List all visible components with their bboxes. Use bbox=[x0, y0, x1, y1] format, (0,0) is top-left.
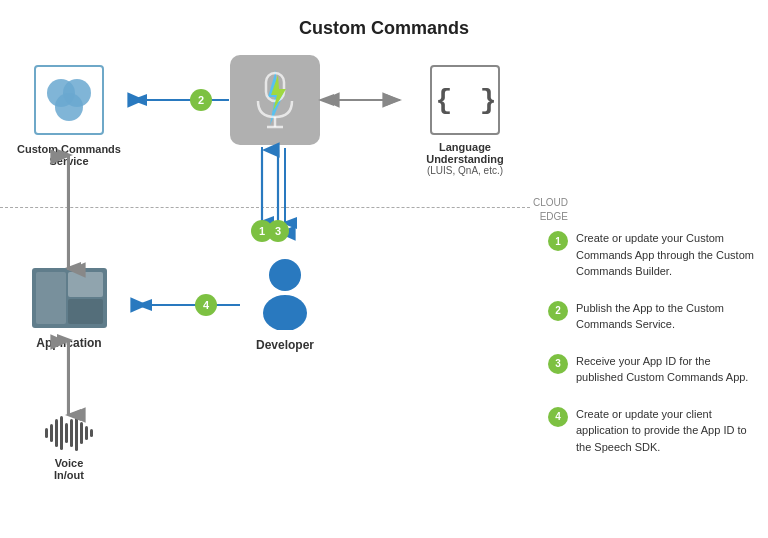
step-badge-3: 3 bbox=[548, 354, 568, 374]
step-text-4: Create or update your client application… bbox=[576, 406, 758, 456]
cloud-label: CLOUD bbox=[533, 196, 568, 210]
developer-svg bbox=[253, 255, 318, 330]
step-badge-4: 4 bbox=[548, 407, 568, 427]
cloud-edge-label: CLOUD EDGE bbox=[533, 196, 568, 224]
page-title: Custom Commands bbox=[299, 18, 469, 39]
cc-service-svg bbox=[41, 75, 97, 125]
lang-label: LanguageUnderstanding bbox=[426, 141, 504, 165]
cc-service-label: Custom CommandsService bbox=[17, 143, 121, 167]
step-badge-2: 2 bbox=[548, 301, 568, 321]
waveform-bar-8 bbox=[80, 422, 83, 444]
step-item-4: 4 Create or update your client applicati… bbox=[548, 406, 758, 456]
voice-label: VoiceIn/out bbox=[54, 457, 84, 481]
step-item-1: 1 Create or update your Custom Commands … bbox=[548, 230, 758, 280]
app-box: Application bbox=[9, 268, 129, 350]
svg-point-9 bbox=[263, 295, 307, 330]
developer-box: Developer bbox=[240, 255, 330, 352]
voice-box: VoiceIn/out bbox=[9, 415, 129, 481]
app-tile-left bbox=[36, 272, 66, 324]
lang-sublabel: (LUIS, QnA, etc.) bbox=[427, 165, 503, 176]
waveform-bar-5 bbox=[65, 423, 68, 443]
developer-label: Developer bbox=[256, 338, 314, 352]
svg-point-8 bbox=[269, 259, 301, 291]
cc-service-box: Custom CommandsService bbox=[9, 65, 129, 167]
waveform-bar-2 bbox=[50, 424, 53, 442]
mic-svg bbox=[248, 65, 302, 135]
badge-2: 2 bbox=[190, 89, 212, 111]
edge-label: EDGE bbox=[533, 210, 568, 224]
step-badge-1: 1 bbox=[548, 231, 568, 251]
diagram-container: Custom Commands CLOUD EDGE Custom Comman… bbox=[0, 0, 768, 538]
app-tile-bottom-right bbox=[68, 299, 103, 324]
steps-panel: 1 Create or update your Custom Commands … bbox=[548, 230, 758, 475]
svg-point-2 bbox=[55, 93, 83, 121]
step-item-2: 2 Publish the App to the Custom Commands… bbox=[548, 300, 758, 333]
step-text-2: Publish the App to the Custom Commands S… bbox=[576, 300, 758, 333]
step-text-3: Receive your App ID for the published Cu… bbox=[576, 353, 758, 386]
waveform-bar-1 bbox=[45, 428, 48, 438]
waveform-bar-9 bbox=[85, 426, 88, 440]
mic-box bbox=[230, 55, 320, 145]
lang-box: { } LanguageUnderstanding (LUIS, QnA, et… bbox=[400, 65, 530, 176]
waveform-bar-3 bbox=[55, 419, 58, 447]
badge-3: 3 bbox=[267, 220, 289, 242]
app-label: Application bbox=[36, 336, 101, 350]
cloud-edge-divider bbox=[0, 207, 530, 208]
lang-icon: { } bbox=[430, 65, 500, 135]
step-text-1: Create or update your Custom Commands Ap… bbox=[576, 230, 758, 280]
cc-service-icon bbox=[34, 65, 104, 135]
waveform bbox=[45, 415, 93, 451]
app-icon bbox=[32, 268, 107, 328]
badge-4: 4 bbox=[195, 294, 217, 316]
waveform-bar-10 bbox=[90, 429, 93, 437]
waveform-bar-7 bbox=[75, 415, 78, 451]
app-tile-top-right bbox=[68, 272, 103, 297]
waveform-bar-4 bbox=[60, 416, 63, 450]
waveform-bar-6 bbox=[70, 419, 73, 447]
step-item-3: 3 Receive your App ID for the published … bbox=[548, 353, 758, 386]
